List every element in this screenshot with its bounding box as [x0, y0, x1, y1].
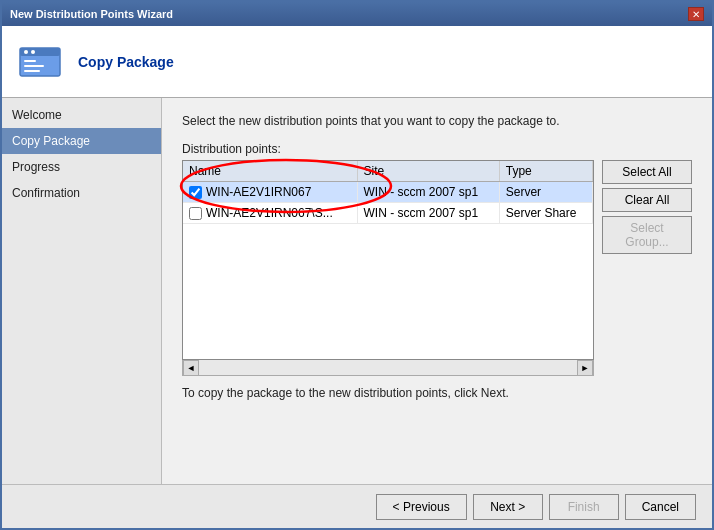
col-type: Type	[499, 161, 592, 182]
window-title: New Distribution Points Wizard	[10, 8, 173, 20]
previous-button[interactable]: < Previous	[376, 494, 467, 520]
content-area: Select the new distribution points that …	[162, 98, 712, 484]
footer: < Previous Next > Finish Cancel	[2, 484, 712, 528]
instruction-text: Select the new distribution points that …	[182, 114, 692, 128]
sidebar-item-copy-package[interactable]: Copy Package	[2, 128, 161, 154]
wizard-window: New Distribution Points Wizard ✕ Copy Pa…	[0, 0, 714, 530]
col-name: Name	[183, 161, 357, 182]
next-button[interactable]: Next >	[473, 494, 543, 520]
cancel-button[interactable]: Cancel	[625, 494, 696, 520]
row2-site: WIN - sccm 2007 sp1	[357, 203, 499, 224]
distribution-points-table: Name Site Type	[182, 160, 594, 360]
sidebar-item-welcome[interactable]: Welcome	[2, 102, 161, 128]
scroll-right-btn[interactable]: ►	[577, 360, 593, 376]
svg-point-3	[31, 50, 35, 54]
row2-name: WIN-AE2V1IRN067\S...	[183, 203, 357, 224]
wizard-icon	[16, 38, 64, 86]
main-body: Welcome Copy Package Progress Confirmati…	[2, 98, 712, 484]
row2-type: Server Share	[499, 203, 592, 224]
row1-name: WIN-AE2V1IRN067	[183, 182, 357, 203]
sidebar-item-confirmation[interactable]: Confirmation	[2, 180, 161, 206]
horizontal-scrollbar[interactable]: ◄ ►	[182, 360, 594, 376]
row1-type: Server	[499, 182, 592, 203]
action-buttons: Select All Clear All Select Group...	[602, 160, 692, 254]
scroll-track[interactable]	[199, 360, 577, 375]
sidebar-item-progress[interactable]: Progress	[2, 154, 161, 180]
row1-checkbox[interactable]	[189, 186, 202, 199]
finish-button[interactable]: Finish	[549, 494, 619, 520]
title-bar: New Distribution Points Wizard ✕	[2, 2, 712, 26]
row1-site: WIN - sccm 2007 sp1	[357, 182, 499, 203]
table-buttons-row: Name Site Type	[182, 160, 692, 376]
table-row: WIN-AE2V1IRN067 WIN - sccm 2007 sp1 Serv…	[183, 182, 593, 203]
table-row: WIN-AE2V1IRN067\S... WIN - sccm 2007 sp1…	[183, 203, 593, 224]
scroll-left-btn[interactable]: ◄	[183, 360, 199, 376]
select-group-button[interactable]: Select Group...	[602, 216, 692, 254]
sidebar: Welcome Copy Package Progress Confirmati…	[2, 98, 162, 484]
header-title: Copy Package	[78, 54, 174, 70]
svg-rect-6	[24, 70, 40, 72]
table-wrapper: Name Site Type	[182, 160, 594, 360]
svg-rect-5	[24, 65, 44, 67]
col-site: Site	[357, 161, 499, 182]
svg-rect-4	[24, 60, 36, 62]
bottom-text: To copy the package to the new distribut…	[182, 386, 692, 400]
clear-all-button[interactable]: Clear All	[602, 188, 692, 212]
row2-checkbox[interactable]	[189, 207, 202, 220]
close-button[interactable]: ✕	[688, 7, 704, 21]
select-all-button[interactable]: Select All	[602, 160, 692, 184]
svg-point-2	[24, 50, 28, 54]
header-area: Copy Package	[2, 26, 712, 98]
section-label: Distribution points:	[182, 142, 692, 156]
